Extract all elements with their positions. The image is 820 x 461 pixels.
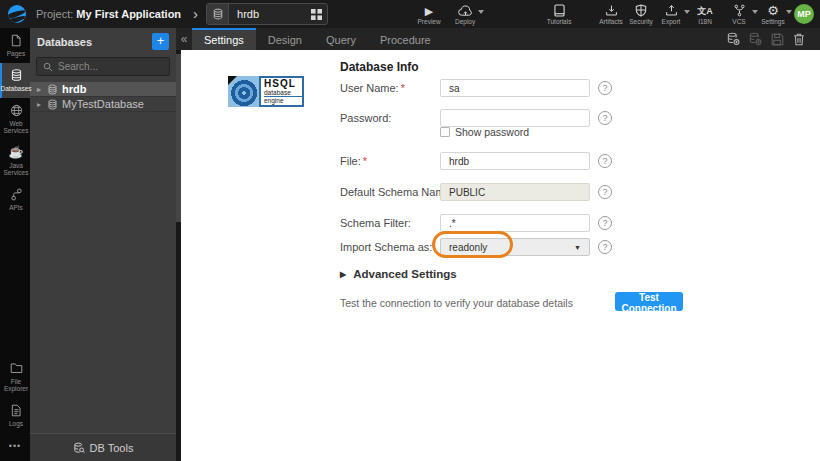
tab-procedure[interactable]: Procedure	[368, 28, 443, 50]
tree-item-hrdb[interactable]: ▸ hrdb	[30, 82, 176, 97]
user-avatar[interactable]: MP	[794, 4, 814, 24]
page-icon	[10, 33, 22, 47]
coffee-icon: ☕	[9, 145, 24, 159]
field-row-password: Password: ?	[340, 109, 810, 127]
help-icon[interactable]: ?	[598, 240, 612, 254]
sidebar-item-pages[interactable]: Pages	[0, 28, 30, 63]
file-input[interactable]	[440, 152, 590, 170]
active-artifact-tab[interactable]: hrdb	[206, 3, 328, 25]
sidebar-item-databases[interactable]: Databases	[0, 63, 30, 98]
security-button[interactable]: Security	[628, 0, 654, 28]
advanced-settings-toggle[interactable]: ▶ Advanced Settings	[340, 268, 457, 280]
project-breadcrumb: Project: My First Application	[36, 8, 181, 20]
book-icon	[554, 4, 565, 17]
project-name: My First Application	[76, 8, 181, 20]
api-connector-icon	[10, 187, 23, 201]
field-row-schema-filter: Schema Filter: ?	[340, 214, 810, 232]
field-row-username: User Name:* ?	[340, 79, 810, 97]
password-input[interactable]	[440, 109, 590, 127]
caret-down-icon	[786, 10, 792, 14]
artifacts-button[interactable]: Artifacts	[598, 0, 624, 28]
tab-settings[interactable]: Settings	[192, 28, 256, 50]
hsql-logo-icon	[228, 76, 259, 107]
sidebar-item-file-explorer[interactable]: File Explorer	[0, 356, 30, 398]
main-area: « Settings Design Query Procedure	[176, 28, 820, 461]
tab-design[interactable]: Design	[256, 28, 314, 50]
database-icon	[10, 68, 23, 82]
sidebar-item-web-services[interactable]: Web Services	[0, 98, 30, 140]
caret-down-icon	[684, 10, 690, 14]
schema-filter-input[interactable]	[440, 214, 590, 232]
top-bar: Project: My First Application › hrdb ▶ P…	[0, 0, 820, 28]
databases-panel: Databases + ▸ hrdb ▸ MyTestDatabase DB T…	[30, 28, 176, 461]
field-row-import-schema: Import Schema as: readonly ▼ ?	[340, 238, 810, 256]
sidebar-item-java-services[interactable]: ☕ Java Services	[0, 140, 30, 182]
required-marker: *	[363, 155, 367, 167]
import-schema-select[interactable]: readonly ▼	[440, 238, 590, 256]
username-input[interactable]	[440, 79, 590, 97]
collapse-panel-icon[interactable]: «	[176, 28, 192, 50]
help-icon[interactable]: ?	[598, 185, 612, 199]
active-artifact-name: hrdb	[229, 8, 305, 20]
database-icon	[47, 84, 58, 95]
deploy-button[interactable]: Deploy	[452, 0, 478, 28]
caret-down-icon	[752, 10, 758, 14]
globe-icon	[10, 103, 23, 117]
database-icon	[47, 99, 58, 110]
gear-icon: ⚙	[767, 4, 779, 17]
upload-tray-icon	[665, 4, 678, 17]
sidebar-item-apis[interactable]: APIs	[0, 182, 30, 217]
reimport-database-icon[interactable]	[722, 32, 744, 46]
show-password-row: Show password	[440, 126, 529, 138]
settings-button[interactable]: ⚙ Settings	[760, 0, 786, 28]
show-password-checkbox[interactable]	[440, 127, 450, 137]
tree-item-mytestdatabase[interactable]: ▸ MyTestDatabase	[30, 97, 176, 112]
search-box	[36, 57, 170, 76]
settings-content: HSQL database engine Database Info User …	[181, 50, 820, 461]
i18n-button[interactable]: 文A I18N	[692, 0, 718, 28]
app-logo-icon[interactable]	[8, 5, 26, 23]
panel-title: Databases	[37, 36, 152, 48]
left-nav-rail: Pages Databases Web Services ☕ Java Serv…	[0, 28, 30, 461]
search-input[interactable]	[58, 61, 163, 72]
select-caret-icon: ▼	[574, 244, 581, 251]
sidebar-item-logs[interactable]: Logs	[0, 398, 30, 433]
db-tools-icon	[73, 442, 85, 454]
dashboard-grid-icon[interactable]	[305, 9, 327, 20]
tab-query[interactable]: Query	[314, 28, 368, 50]
help-icon[interactable]: ?	[598, 216, 612, 230]
field-row-default-schema: Default Schema Name:* ?	[340, 183, 810, 201]
expand-caret-icon: ▶	[340, 270, 346, 279]
more-options-icon[interactable]: •••	[0, 433, 30, 461]
expand-caret-icon[interactable]: ▸	[37, 85, 47, 94]
field-row-file: File:* ?	[340, 152, 810, 170]
section-title: Database Info	[340, 60, 419, 74]
help-icon[interactable]: ?	[598, 111, 612, 125]
export-database-icon[interactable]	[744, 32, 766, 46]
download-tray-icon	[605, 4, 618, 17]
database-icon	[207, 4, 229, 24]
translate-icon: 文A	[697, 4, 713, 17]
default-schema-input	[440, 183, 590, 201]
add-database-button[interactable]: +	[152, 33, 169, 50]
db-tools-button[interactable]: DB Tools	[30, 433, 176, 461]
help-icon[interactable]: ?	[598, 154, 612, 168]
hsql-logo: HSQL database engine	[228, 76, 304, 107]
tutorials-button[interactable]: Tutorials	[546, 0, 572, 28]
shield-icon	[635, 4, 647, 17]
chevron-right-icon: ›	[193, 1, 198, 27]
test-connection-button[interactable]: Test Connection	[615, 292, 683, 311]
log-file-icon	[10, 403, 22, 417]
database-tree: ▸ hrdb ▸ MyTestDatabase	[30, 82, 176, 433]
branch-icon	[733, 4, 746, 17]
vcs-button[interactable]: VCS	[726, 0, 752, 28]
delete-icon[interactable]	[788, 33, 810, 46]
export-button[interactable]: Export	[658, 0, 684, 28]
search-icon	[43, 62, 53, 72]
save-icon[interactable]	[766, 33, 788, 46]
cloud-upload-icon	[458, 4, 473, 17]
preview-button[interactable]: ▶ Preview	[416, 0, 442, 28]
help-icon[interactable]: ?	[598, 81, 612, 95]
project-label: Project:	[36, 8, 73, 20]
expand-caret-icon[interactable]: ▸	[37, 100, 47, 109]
